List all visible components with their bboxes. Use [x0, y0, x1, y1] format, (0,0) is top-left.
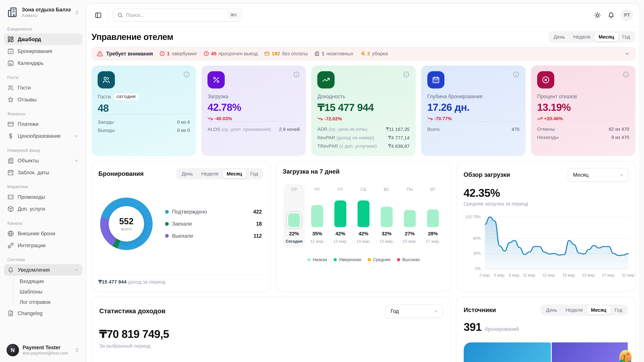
sidebar-item-promocodes[interactable]: Промокоды [4, 191, 82, 203]
legend-low: Низкая [308, 257, 327, 262]
tab-day[interactable]: День [550, 32, 569, 41]
revenue-stats-card: Статистика доходов Год ₸70 819 749,5 За … [92, 297, 451, 362]
nav-section-system: Система [8, 257, 79, 262]
sidebar-item-payments[interactable]: Платежи [4, 118, 82, 130]
sidebar-item-bookings[interactable]: Бронирования [4, 45, 82, 57]
attention-alert-bar[interactable]: Требует внимания 1овербукинг 45просрочен… [92, 47, 636, 60]
sidebar-item-pricing[interactable]: Ценообразование [4, 130, 82, 142]
tab-day[interactable]: День [178, 169, 197, 178]
theme-toggle-button[interactable] [594, 12, 601, 19]
sidebar-item-guests[interactable]: Гости [4, 82, 82, 93]
sidebar-item-properties[interactable]: Объекты [4, 155, 82, 166]
alert-unpaid[interactable]: 192без оплаты [264, 51, 308, 56]
search-input[interactable] [126, 12, 225, 18]
sidebar-item-inbox[interactable]: Входящие [18, 276, 82, 286]
kpi-title: Гости [98, 94, 111, 100]
tab-year[interactable]: Год [610, 306, 626, 315]
alert-triangle-icon [97, 51, 103, 57]
tab-week[interactable]: Неделя [569, 32, 594, 41]
sidebar-item-extra-services[interactable]: Доп. услуги [4, 203, 82, 215]
sidebar-item-dashboard[interactable]: Дашборд [4, 33, 82, 45]
info-icon[interactable] [183, 71, 190, 78]
tab-month[interactable]: Месяц [594, 32, 618, 41]
sidebar-item-blocked-dates[interactable]: Заблок. даты [4, 167, 82, 178]
topbar-avatar[interactable]: PT [621, 9, 633, 21]
trend-down-icon [208, 116, 213, 121]
chevron-down-icon[interactable] [624, 51, 630, 56]
alert-overdue-checkout[interactable]: 45просрочен выезд [204, 51, 258, 56]
x-axis: 2 мар.5 мар.8 мар.11 мар.15 мар.19 мар.2… [485, 273, 628, 279]
revenue-caption: За выбранный период [99, 343, 443, 349]
occupancy-bar[interactable] [288, 213, 300, 227]
bookings-donut-chart[interactable]: 552 всего [100, 198, 152, 250]
sidebar-item-integrations[interactable]: Интеграции [4, 240, 82, 251]
kpi-card-cancellations: Процент отказов 13.19% +20.46% Отмены62 … [531, 65, 636, 156]
tab-month[interactable]: Месяц [222, 169, 246, 178]
occupancy-bar[interactable] [404, 210, 416, 227]
user-menu[interactable]: N Payment Tester test-payment@test.com [4, 342, 82, 359]
main-panel: ⌘K PT Управление отелем День Неделя Меся… [86, 3, 640, 362]
alert-inactive[interactable]: 1неактивных [314, 51, 353, 56]
day-column[interactable]: СБ42%14 мар. [353, 184, 374, 247]
occupancy-bar[interactable] [334, 200, 346, 227]
island-sticker-icon [619, 350, 632, 362]
info-icon[interactable] [513, 71, 520, 78]
legend-moderate: Умеренная [334, 257, 361, 262]
tab-week[interactable]: Неделя [561, 306, 587, 315]
week-occupancy-chart: СР22%Сегодня ЧТ35%12 мар. ПТ42%13 мар. С… [282, 184, 444, 247]
day-column[interactable]: ЧТ35%12 мар. [306, 184, 328, 247]
sidebar-item-notifications[interactable]: Уведомления [4, 264, 82, 276]
legend-dot [165, 222, 169, 226]
occupancy-bar[interactable] [381, 207, 392, 227]
day-column[interactable]: ПТ42%13 мар. [330, 184, 351, 247]
revenue-stats-title: Статистика доходов [99, 307, 166, 315]
info-icon[interactable] [293, 71, 300, 78]
sidebar-item-reviews[interactable]: Отзывы [4, 94, 82, 105]
info-icon[interactable] [623, 71, 629, 78]
tab-month[interactable]: Месяц [587, 306, 610, 315]
search-box[interactable]: ⌘K [113, 9, 242, 21]
occupancy-bar[interactable] [427, 210, 439, 227]
sidebar-item-calendar[interactable]: Календарь [4, 57, 82, 69]
chevron-down-icon [619, 172, 624, 177]
occupancy-bar[interactable] [358, 200, 370, 227]
percent-icon [208, 71, 225, 88]
day-column[interactable]: СР22%Сегодня [284, 184, 305, 247]
ticket-icon [8, 194, 14, 200]
period-select[interactable]: Месяц [568, 168, 628, 182]
alert-cleaning[interactable]: 2уборка [360, 51, 388, 56]
day-column[interactable]: ВТ28%17 мар. [422, 184, 444, 247]
x-axis-tick: 15 мар. [542, 273, 556, 278]
period-select[interactable]: Год [386, 304, 443, 318]
legend-dot [165, 210, 169, 214]
notifications-bell-button[interactable] [608, 12, 615, 19]
bookings-legend: Подтверждено422 Заехали18 Выехали112 [165, 209, 262, 239]
sidebar-item-external-bookings[interactable]: Внешние брони [4, 228, 82, 239]
source-segment[interactable] [464, 343, 551, 362]
tab-year[interactable]: Год [246, 169, 262, 178]
revenue-amount: ₸70 819 749,5 [99, 328, 443, 341]
day-column[interactable]: ПН27%16 мар. [399, 184, 420, 247]
sidebar-toggle-button[interactable] [92, 9, 104, 21]
property-name: Зона отдыха Балхаш [22, 7, 70, 12]
property-switcher[interactable]: Зона отдыха Балхаш Алматы [4, 4, 82, 20]
alert-overbooking[interactable]: 1овербукинг [160, 51, 197, 56]
chevron-down-icon [74, 134, 79, 138]
sidebar-item-send-log[interactable]: Лог отправок [18, 297, 82, 307]
x-axis-tick: 8 мар. [509, 273, 520, 278]
calendar-check-icon [8, 48, 14, 54]
sidebar-item-templates[interactable]: Шаблоны [18, 286, 82, 297]
y-axis-tick: 102.78% [466, 215, 481, 219]
occupancy-bar[interactable] [311, 205, 323, 227]
info-icon[interactable] [403, 71, 410, 78]
day-column[interactable]: ВС32%15 мар. [376, 184, 397, 247]
kpi-title: Процент отказов [537, 93, 577, 99]
tab-week[interactable]: Неделя [197, 169, 222, 178]
sidebar-item-changelog[interactable]: Changelog [4, 308, 82, 319]
sources-count-label: бронирований [485, 326, 519, 332]
credit-card-icon [8, 121, 14, 127]
tab-year[interactable]: Год [618, 32, 634, 41]
kpi-title: Глубина бронирования [427, 93, 482, 99]
source-segment[interactable] [552, 343, 628, 362]
tab-day[interactable]: День [542, 306, 562, 315]
